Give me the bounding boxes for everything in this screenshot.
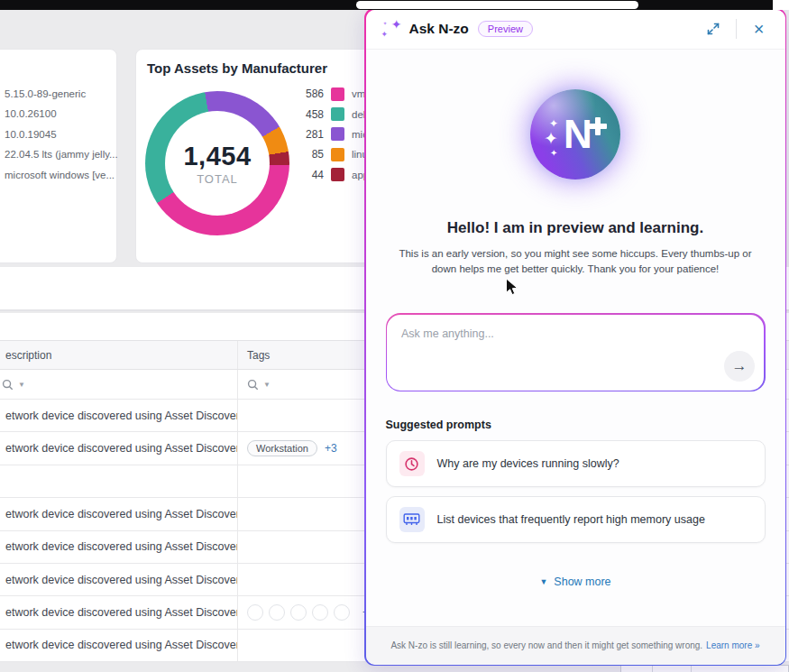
panel-body: ✦✦✦ N Hello! I am in preview and learnin… [366,89,785,589]
legend-value: 281 [298,128,324,141]
description-cell [0,465,237,497]
chevron-down-icon: ▼ [263,381,271,389]
plus-icon [589,117,607,135]
legend-swatch [331,148,344,161]
expand-button[interactable] [702,17,725,41]
legend-swatch [331,168,344,181]
arrow-right-icon: → [732,357,748,375]
learn-more-link[interactable]: Learn more » [706,640,759,650]
donut-center: 1,454 TOTAL [165,111,270,216]
panel-header: ✦✦✦ Ask N-zo Preview × [366,10,785,50]
close-button[interactable]: × [748,17,771,41]
sparkles-icon: ✦✦✦ [381,18,402,40]
memory-icon [399,507,425,532]
description-cell: etwork device discovered using Asset Dis… [0,432,237,464]
page-number-input[interactable]: 1 [652,666,692,672]
search-icon [247,379,259,391]
os-list-card: 5.15.0-89-generic10.0.2610010.0.1904522.… [0,49,117,263]
pagination-bar: ‹ 1 of 2 › [620,665,789,672]
topbar-right-fragment [773,0,789,10]
chevron-down-icon: ▼ [18,381,25,389]
legend-row[interactable]: 458 dell i [298,104,373,124]
show-more-button[interactable]: ▼ Show more [386,575,766,588]
description-cell: etwork device discovered using Asset Dis… [0,400,237,431]
description-cell: etwork device discovered using Asset Dis… [0,596,237,628]
mouse-cursor [505,278,519,297]
send-button[interactable]: → [724,351,755,382]
os-list-item: 10.0.26100 [5,104,116,124]
os-list-item: 5.15.0-89-generic [5,84,116,104]
description-cell: etwork device discovered using Asset Dis… [0,564,237,595]
preview-badge: Preview [478,21,533,37]
tag-circle [269,604,285,621]
tag-circle [247,604,263,621]
chart-legend: 586 vmw 458 dell i 281 micr [298,84,373,185]
legend-value: 586 [298,87,324,100]
footer-disclaimer: Ask N-zo is still learning, so every now… [390,640,702,650]
legend-swatch [331,87,344,101]
legend-value: 44 [298,169,324,181]
header-divider [736,19,737,39]
tag-pill[interactable]: Workstation [247,440,317,456]
description-cell: etwork device discovered using Asset Dis… [0,630,237,661]
show-more-label: Show more [554,575,610,588]
panel-footer: Ask N-zo is still learning, so every now… [366,626,785,665]
os-list-item: 10.0.19045 [5,124,116,144]
panel-title: Ask N-zo [409,21,469,37]
legend-row[interactable]: 44 appl [298,165,373,185]
tag-circle [334,604,350,621]
greeting-subtext: This is an early version, so you might s… [395,246,756,278]
donut-total-label: TOTAL [197,172,238,186]
chevron-down-icon: ▼ [539,577,547,586]
legend-row[interactable]: 586 vmw [298,84,373,104]
legend-swatch [331,107,344,121]
close-icon: × [754,20,765,38]
clock-icon [399,451,425,476]
topbar [0,0,789,10]
legend-value: 85 [298,148,324,161]
ask-nzo-panel: ✦✦✦ Ask N-zo Preview × ✦✦✦ N [364,8,786,666]
tag-circle [312,604,328,621]
search-icon [2,379,14,391]
legend-swatch [331,127,344,141]
legend-row[interactable]: 85 linux [298,144,373,164]
tag-more-count[interactable]: +3 [325,442,337,455]
prompt-card-memory-usage[interactable]: List devices that frequently report high… [386,496,766,543]
prompt-card-slow-devices[interactable]: Why are my devices running slowly? [386,440,766,487]
prompt-text: List devices that frequently report high… [437,513,705,526]
donut-chart[interactable]: 1,454 TOTAL [145,91,289,235]
tag-circle [290,604,307,621]
description-cell: etwork device discovered using Asset Dis… [0,531,237,563]
ask-input[interactable] [387,315,764,391]
legend-row[interactable]: 281 micr [298,124,373,144]
prompt-text: Why are my devices running slowly? [437,457,619,470]
os-list-item: microsoft windows [ve... [5,165,116,185]
legend-value: 458 [298,108,324,121]
screen: 5.15.0-89-generic10.0.2610010.0.1904522.… [0,0,789,672]
expand-icon [706,22,720,36]
os-list-item: 22.04.5 lts (jammy jelly... [5,144,116,164]
chart-title: Top Assets by Manufacturer [147,60,327,76]
topbar-scrubber[interactable] [356,1,638,9]
greeting-heading: Hello! I am in preview and learning. [386,219,766,237]
column-header-description[interactable]: escription [0,341,237,369]
suggested-prompts-label: Suggested prompts [386,419,766,431]
description-cell: etwork device discovered using Asset Dis… [0,498,237,529]
nzo-logo: ✦✦✦ N [564,115,592,154]
description-filter[interactable]: ▼ [0,370,237,399]
nzo-avatar: ✦✦✦ N [530,89,620,180]
donut-total-value: 1,454 [183,142,251,171]
ask-input-container: → [386,313,766,391]
